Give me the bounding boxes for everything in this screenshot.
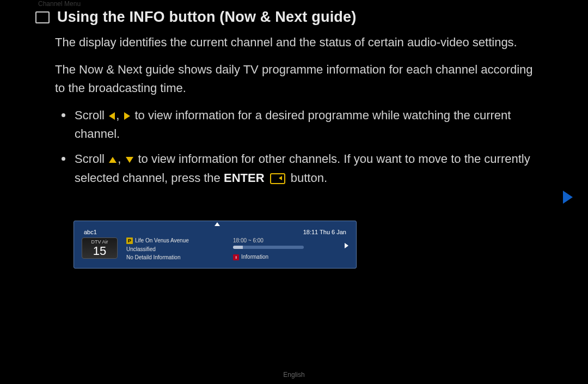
enter-icon <box>270 173 285 184</box>
progress-fill <box>233 246 243 249</box>
arrow-up-icon <box>109 157 117 163</box>
bullet-2: Scroll , to view information for other c… <box>55 150 544 187</box>
bullet-1: Scroll , to view information for a desir… <box>55 106 544 143</box>
programme-column: PLife On Venus Avenue Unclassified No De… <box>126 237 224 263</box>
arrow-left-icon <box>109 112 115 120</box>
next-page-arrow-icon[interactable] <box>563 191 573 204</box>
comma: , <box>116 108 119 122</box>
breadcrumb: Channel Menu <box>38 0 81 8</box>
detail-info: No Detaild Information <box>126 254 224 260</box>
classification: Unclassified <box>126 246 224 252</box>
footer-language: English <box>0 371 588 379</box>
info-panel: abc1 18:11 Thu 6 Jan DTV Air 15 PLife On… <box>74 221 357 269</box>
book-icon <box>35 11 50 23</box>
arrow-right-icon <box>124 112 130 120</box>
info-badge-icon: i <box>233 254 239 260</box>
bullet-1-pre: Scroll <box>75 108 108 122</box>
channel-box: DTV Air 15 <box>82 237 118 259</box>
programme-title-row: PLife On Venus Avenue <box>126 237 224 244</box>
intro-paragraph-2: The Now & Next guide shows daily TV prog… <box>55 60 544 97</box>
bullet-1-post: to view information for a desired progra… <box>75 108 511 141</box>
comma: , <box>118 152 121 166</box>
info-panel-wrap: abc1 18:11 Thu 6 Jan DTV Air 15 PLife On… <box>74 221 357 269</box>
panel-arrow-up-icon <box>215 222 220 226</box>
title-row: Using the INFO button (Now & Next guide) <box>35 9 544 26</box>
main-content: Using the INFO button (Now & Next guide)… <box>35 9 544 194</box>
bullet-2-pre: Scroll <box>75 152 108 166</box>
information-row: iInformation <box>233 253 335 260</box>
info-body: DTV Air 15 PLife On Venus Avenue Unclass… <box>82 237 348 263</box>
intro-paragraph-1: The display identifies the current chann… <box>55 33 544 52</box>
page-title: Using the INFO button (Now & Next guide) <box>57 9 356 26</box>
channel-number: 15 <box>82 245 117 258</box>
bullet-2-post: button. <box>287 171 327 185</box>
arrow-down-icon <box>126 157 133 163</box>
bullet-list: Scroll , to view information for a desir… <box>55 106 544 187</box>
programme-title: Life On Venus Avenue <box>135 237 189 243</box>
clock: 18:11 Thu 6 Jan <box>303 229 346 235</box>
information-label: Information <box>241 254 268 260</box>
progress-bar <box>233 246 304 249</box>
right-column: 18:00 ~ 6:00 iInformation <box>233 237 348 260</box>
programme-badge-icon: P <box>126 237 133 244</box>
time-range: 18:00 ~ 6:00 <box>233 237 335 243</box>
channel-name: abc1 <box>84 229 97 235</box>
enter-label: ENTER <box>224 171 265 185</box>
info-top-row: abc1 18:11 Thu 6 Jan <box>82 229 348 235</box>
